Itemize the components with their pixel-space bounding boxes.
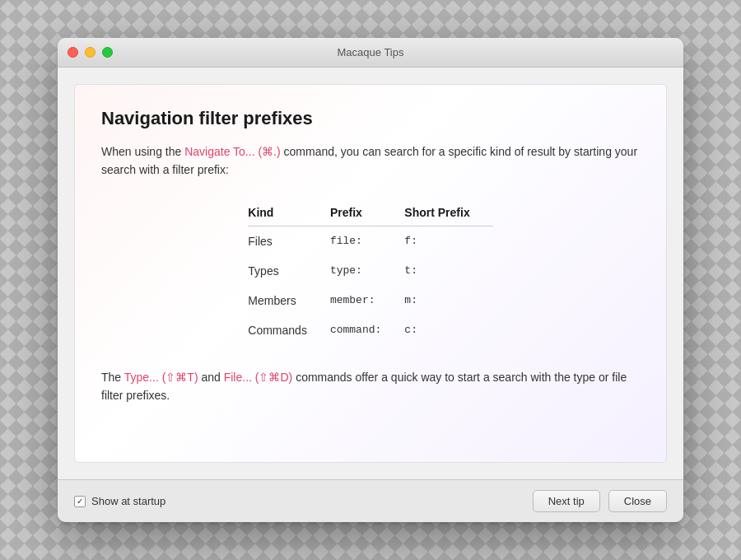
cell-kind: Members xyxy=(248,286,330,315)
next-tip-button[interactable]: Next tip xyxy=(533,490,600,512)
cell-prefix: command: xyxy=(330,315,404,345)
window-title: Macaque Tips xyxy=(338,46,404,58)
cell-prefix: member: xyxy=(330,286,404,315)
tip-title: Navigation filter prefixes xyxy=(101,108,640,129)
maximize-window-button[interactable] xyxy=(102,47,113,58)
col-header-kind: Kind xyxy=(248,199,330,226)
content-area: Navigation filter prefixes When using th… xyxy=(58,68,683,479)
navigate-link[interactable]: Navigate To... (⌘.) xyxy=(184,145,280,158)
tip-card: Navigation filter prefixes When using th… xyxy=(74,84,667,463)
cell-kind: Commands xyxy=(248,315,330,345)
show-startup-label: Show at startup xyxy=(91,495,165,507)
cell-prefix: type: xyxy=(330,256,404,286)
main-window: Macaque Tips Navigation filter prefixes … xyxy=(58,38,683,522)
filter-table: Kind Prefix Short Prefix Filesfile:f:Typ… xyxy=(248,199,492,345)
minimize-window-button[interactable] xyxy=(85,47,96,58)
cell-kind: Files xyxy=(248,226,330,256)
intro-text-before: When using the xyxy=(101,145,184,158)
type-link[interactable]: Type... (⇧⌘T) xyxy=(124,371,198,384)
cell-short-prefix: m: xyxy=(404,286,492,315)
titlebar: Macaque Tips xyxy=(58,38,683,68)
bottom-bar: ✓ Show at startup Next tip Close xyxy=(58,479,683,522)
close-button[interactable]: Close xyxy=(608,490,667,512)
table-row: Membersmember:m: xyxy=(248,286,492,315)
show-startup-checkbox[interactable]: ✓ xyxy=(74,496,86,507)
footer-text-between: and xyxy=(198,371,224,384)
cell-kind: Types xyxy=(248,256,330,286)
table-row: Typestype:t: xyxy=(248,256,492,286)
tip-footer: The Type... (⇧⌘T) and File... (⇧⌘D) comm… xyxy=(101,368,640,405)
show-at-startup-container[interactable]: ✓ Show at startup xyxy=(74,495,165,507)
cell-prefix: file: xyxy=(330,226,404,256)
cell-short-prefix: f: xyxy=(404,226,492,256)
close-window-button[interactable] xyxy=(68,47,78,58)
tip-intro: When using the Navigate To... (⌘.) comma… xyxy=(101,142,640,180)
cell-short-prefix: t: xyxy=(404,256,492,286)
col-header-short-prefix: Short Prefix xyxy=(404,199,492,226)
footer-text-before-type: The xyxy=(101,371,124,384)
col-header-prefix: Prefix xyxy=(330,199,404,226)
file-link[interactable]: File... (⇧⌘D) xyxy=(224,371,293,384)
table-row: Filesfile:f: xyxy=(248,226,492,256)
bottom-buttons: Next tip Close xyxy=(533,490,667,512)
cell-short-prefix: c: xyxy=(404,315,492,345)
traffic-lights xyxy=(68,47,113,58)
filter-table-container: Kind Prefix Short Prefix Filesfile:f:Typ… xyxy=(101,199,640,345)
table-row: Commandscommand:c: xyxy=(248,315,492,345)
